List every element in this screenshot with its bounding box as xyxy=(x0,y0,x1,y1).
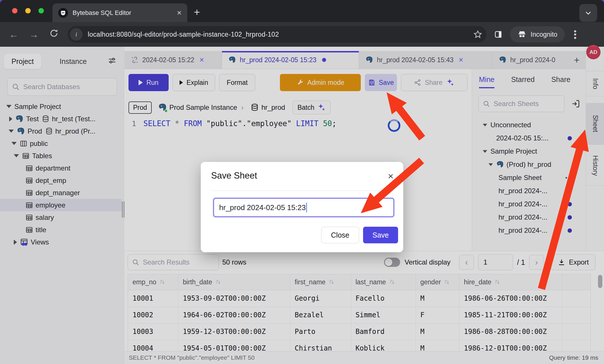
side-panel-icon[interactable] xyxy=(494,30,502,39)
modal-close-button[interactable]: Close xyxy=(321,227,359,243)
new-tab-button[interactable]: + xyxy=(194,6,200,18)
bookmark-star-icon[interactable] xyxy=(473,30,482,39)
address-bar[interactable]: i localhost:8080/sql-editor/prod-sample-… xyxy=(68,26,486,43)
incognito-badge: Incognito xyxy=(510,26,565,42)
incognito-label: Incognito xyxy=(531,31,557,38)
bytebase-favicon xyxy=(58,8,68,18)
chevron-down-icon xyxy=(584,9,592,17)
traffic-lights[interactable] xyxy=(12,8,44,13)
browser-menu-icon[interactable]: ••• xyxy=(572,30,578,39)
minimize-window-button[interactable] xyxy=(25,8,31,13)
text-caret xyxy=(306,203,307,212)
url-text[interactable]: localhost:8080/sql-editor/prod-sample-in… xyxy=(88,31,468,38)
incognito-icon xyxy=(517,30,527,39)
maximize-window-button[interactable] xyxy=(38,8,44,13)
close-tab-icon[interactable]: × xyxy=(177,9,182,17)
save-sheet-modal: Save Sheet × hr_prod 2024-02-05 15:23 Cl… xyxy=(201,162,403,252)
browser-chrome: Bytebase SQL Editor × + ← → i localhost:… xyxy=(0,0,604,47)
browser-tab[interactable]: Bytebase SQL Editor × xyxy=(52,3,187,22)
reload-icon[interactable] xyxy=(48,29,60,40)
tab-search-button[interactable] xyxy=(579,4,597,22)
browser-toolbar: ← → i localhost:8080/sql-editor/prod-sam… xyxy=(0,22,604,47)
sheet-name-input[interactable]: hr_prod 2024-02-05 15:23 xyxy=(213,198,394,217)
site-info-icon[interactable]: i xyxy=(70,28,83,41)
modal-title: Save Sheet xyxy=(211,171,393,181)
browser-tab-title: Bytebase SQL Editor xyxy=(73,9,131,17)
back-icon[interactable]: ← xyxy=(7,29,20,40)
forward-icon[interactable]: → xyxy=(28,29,40,40)
close-window-button[interactable] xyxy=(12,8,17,13)
modal-save-button[interactable]: Save xyxy=(363,227,398,243)
modal-close-icon[interactable]: × xyxy=(388,171,393,182)
modal-divider xyxy=(211,191,393,191)
